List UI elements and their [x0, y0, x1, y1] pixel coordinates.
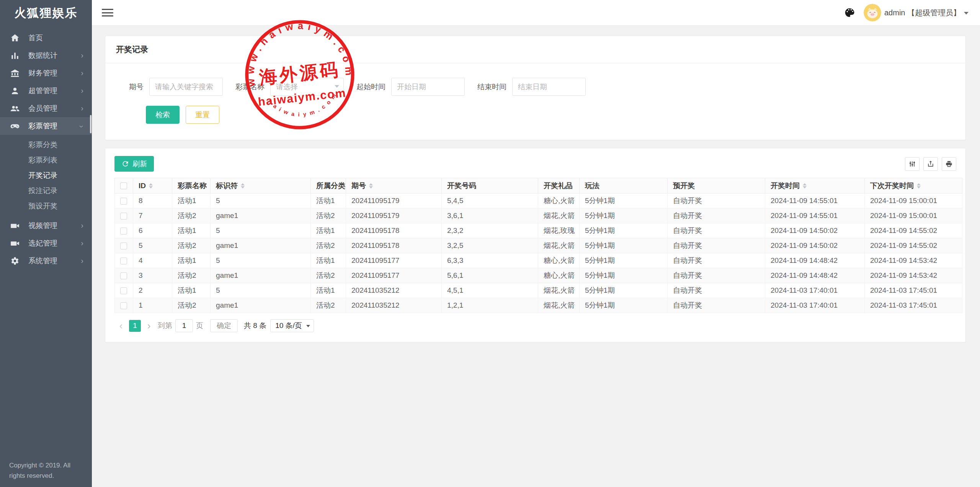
end-date-input[interactable] — [512, 78, 586, 96]
prev-page-button[interactable]: ‹ — [115, 320, 127, 332]
table-cell: 活动2 — [172, 238, 211, 253]
table-cell: 5 — [211, 193, 311, 208]
table-row: 3活动2game1活动22024110951775,6,1糖心,火箭5分钟1期自… — [115, 268, 962, 283]
table-row: 1活动2game1活动22024110352121,2,1烟花,火箭5分钟1期自… — [115, 298, 962, 313]
table-cell: 2024-11-09 14:50:02 — [765, 223, 865, 238]
sort-icon[interactable] — [241, 183, 245, 189]
table-cell: 活动1 — [311, 223, 346, 238]
column-header-预开奖: 预开奖 — [668, 178, 765, 193]
row-checkbox[interactable] — [120, 213, 127, 220]
row-checkbox[interactable] — [120, 287, 127, 294]
page-1-button[interactable]: 1 — [129, 320, 141, 332]
row-checkbox[interactable] — [120, 302, 127, 309]
brand-logo: 火狐狸娱乐 — [0, 0, 92, 26]
users-icon — [10, 103, 20, 113]
refresh-button[interactable]: 刷新 — [114, 156, 154, 172]
sidebar-item-视频管理[interactable]: 视频管理› — [0, 217, 92, 234]
sort-icon[interactable] — [917, 183, 921, 189]
print-button[interactable] — [942, 157, 956, 171]
column-header-开奖礼品: 开奖礼品 — [538, 178, 580, 193]
table-cell: 6 — [133, 223, 172, 238]
sidebar-item-超管管理[interactable]: 超管管理› — [0, 82, 92, 100]
table-cell: 1,2,1 — [442, 298, 538, 313]
goto-page-input[interactable] — [175, 319, 193, 332]
sidebar-item-系统管理[interactable]: 系统管理› — [0, 252, 92, 270]
menu-toggle-icon[interactable] — [102, 8, 113, 17]
table-cell: game1 — [211, 208, 311, 223]
table-cell: 2024-11-09 14:55:01 — [765, 193, 865, 208]
row-checkbox[interactable] — [120, 257, 127, 264]
row-checkbox[interactable] — [120, 272, 127, 279]
lottery-name-select-value[interactable] — [270, 78, 344, 96]
main-content: 开奖记录 期号 彩票名称 起始时间 结束时间 检 — [92, 26, 980, 487]
table-cell: 自动开奖 — [668, 253, 765, 268]
row-checkbox[interactable] — [120, 243, 127, 249]
table-cell: 活动1 — [311, 283, 346, 298]
start-time-label: 起始时间 — [356, 82, 385, 92]
chevron-icon: › — [81, 257, 83, 264]
table-cell: 活动1 — [311, 253, 346, 268]
admin-label: admin 【超级管理员】 — [884, 8, 961, 18]
sidebar-item-选妃管理[interactable]: 选妃管理› — [0, 234, 92, 252]
column-header-期号[interactable]: 期号 — [346, 178, 442, 193]
sort-icon[interactable] — [803, 183, 807, 189]
sidebar-item-会员管理[interactable]: 会员管理› — [0, 100, 92, 117]
sidebar-item-label: 财务管理 — [28, 68, 57, 78]
issue-input[interactable] — [149, 78, 223, 96]
goto-confirm-button[interactable]: 确定 — [210, 319, 238, 332]
sort-icon[interactable] — [369, 183, 373, 189]
sidebar-subitem-开奖记录[interactable]: 开奖记录 — [0, 168, 92, 183]
reset-button[interactable]: 重置 — [186, 106, 219, 124]
user-icon — [10, 86, 20, 96]
table-cell: 烟花,火箭 — [538, 298, 580, 313]
sidebar-item-label: 超管管理 — [28, 86, 57, 96]
row-checkbox[interactable] — [120, 228, 127, 234]
sidebar-item-首页[interactable]: 首页 — [0, 29, 92, 47]
column-header-玩法: 玩法 — [580, 178, 668, 193]
goto-label: 到第 — [158, 321, 172, 331]
sidebar-subitem-彩票列表[interactable]: 彩票列表 — [0, 152, 92, 168]
column-header-开奖时间[interactable]: 开奖时间 — [765, 178, 865, 193]
avatar — [864, 4, 881, 21]
table-row: 4活动15活动12024110951776,3,3糖心,火箭5分钟1期自动开奖2… — [115, 253, 962, 268]
columns-button[interactable] — [905, 157, 920, 171]
row-checkbox[interactable] — [120, 198, 127, 205]
table-cell: 活动1 — [172, 283, 211, 298]
theme-palette-icon[interactable] — [844, 7, 855, 18]
sidebar-subitem-预设开奖[interactable]: 预设开奖 — [0, 198, 92, 214]
column-header-标识符[interactable]: 标识符 — [211, 178, 311, 193]
sidebar-item-label: 视频管理 — [28, 221, 57, 231]
table-cell: 2024-11-09 14:55:02 — [865, 223, 962, 238]
table-cell: 2024-11-09 14:50:02 — [765, 238, 865, 253]
page-size-select[interactable]: 10 条/页 — [270, 319, 314, 332]
column-header-ID[interactable]: ID — [133, 178, 172, 193]
table-cell: 2024-11-09 14:53:42 — [865, 253, 962, 268]
print-icon — [945, 160, 953, 168]
sidebar-scrollbar[interactable] — [90, 115, 91, 133]
sidebar-item-数据统计[interactable]: 数据统计› — [0, 47, 92, 64]
column-header-下次开奖时间[interactable]: 下次开奖时间 — [865, 178, 962, 193]
table-cell: 2024-11-09 15:00:01 — [865, 208, 962, 223]
start-date-input[interactable] — [391, 78, 465, 96]
sidebar-item-财务管理[interactable]: 财务管理› — [0, 64, 92, 82]
table-cell: game1 — [211, 238, 311, 253]
user-menu[interactable]: admin 【超级管理员】 — [864, 4, 969, 21]
table-cell: 烟花,玫瑰 — [538, 223, 580, 238]
next-page-button[interactable]: › — [143, 320, 155, 332]
table-cell: 活动1 — [172, 193, 211, 208]
table-cell: 5分钟1期 — [580, 268, 668, 283]
select-all-checkbox[interactable] — [120, 182, 127, 189]
table-cell: 5 — [211, 223, 311, 238]
sort-icon[interactable] — [149, 183, 153, 189]
table-cell: 活动1 — [311, 193, 346, 208]
export-icon — [927, 160, 934, 168]
sidebar-subitem-投注记录[interactable]: 投注记录 — [0, 183, 92, 198]
sidebar-subitem-彩票分类[interactable]: 彩票分类 — [0, 137, 92, 152]
table-cell: 1 — [133, 298, 172, 313]
lottery-name-select[interactable] — [270, 78, 344, 96]
table-cell: 5分钟1期 — [580, 238, 668, 253]
column-header-开奖号码: 开奖号码 — [442, 178, 538, 193]
export-button[interactable] — [923, 157, 938, 171]
search-button[interactable]: 检索 — [146, 106, 180, 124]
sidebar-item-彩票管理[interactable]: 彩票管理› — [0, 117, 92, 135]
